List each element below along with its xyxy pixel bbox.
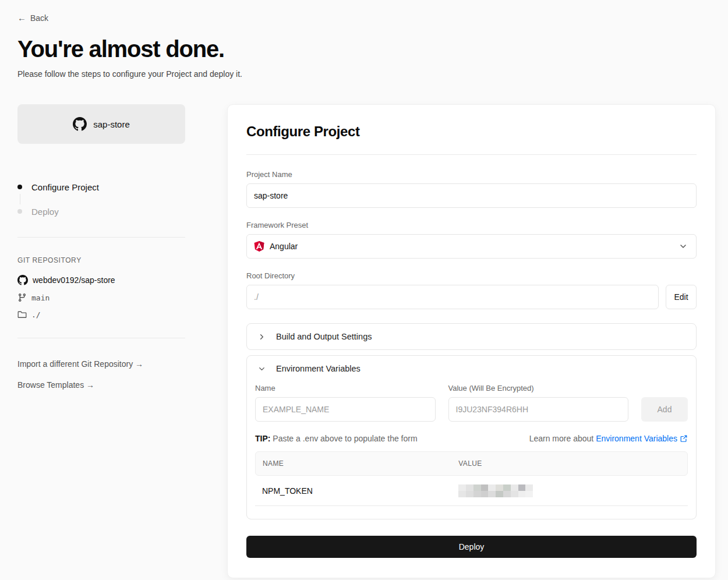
root-directory-label: Root Directory: [246, 271, 697, 280]
env-name-field: Name: [255, 384, 436, 422]
step-dot-active: [17, 185, 22, 189]
env-value-input[interactable]: [448, 397, 629, 422]
framework-preset-label: Framework Preset: [246, 221, 697, 229]
edit-root-directory-button[interactable]: Edit: [666, 285, 697, 309]
step-label: Deploy: [31, 207, 59, 217]
docs-link-label: Environment Variables: [596, 434, 677, 443]
angular-logo-icon: [254, 241, 264, 252]
browse-templates-link[interactable]: Browse Templates →: [17, 380, 185, 390]
import-link-label: Import a different Git Repository: [17, 359, 133, 369]
chevron-down-icon: [257, 365, 266, 373]
env-var-name: NPM_TOKEN: [255, 486, 458, 496]
env-name-label: Name: [255, 384, 436, 392]
back-button[interactable]: ← Back: [17, 13, 48, 23]
repo-chip-label: sap-store: [93, 119, 130, 129]
learn-more-prefix: Learn more about: [529, 434, 594, 443]
right-arrow-icon: →: [135, 359, 143, 369]
add-env-var-button[interactable]: Add: [641, 397, 688, 422]
env-table-header-value: VALUE: [458, 459, 687, 468]
project-name-label: Project Name: [246, 170, 697, 179]
framework-selected-value: Angular: [270, 242, 298, 251]
card-title: Configure Project: [246, 123, 697, 140]
environment-variables-label: Environment Variables: [276, 364, 361, 373]
framework-preset-select[interactable]: Angular: [246, 234, 697, 259]
step-dot-pending: [17, 209, 22, 214]
git-branch-row: main: [17, 293, 185, 302]
github-icon: [17, 275, 28, 285]
env-vars-table: NAME VALUE NPM_TOKEN: [255, 451, 688, 506]
step-deploy: Deploy: [17, 204, 185, 218]
env-table-header: NAME VALUE: [255, 451, 688, 476]
env-table-header-name: NAME: [256, 459, 458, 468]
step-indicator: Configure Project Deploy: [17, 180, 185, 218]
sidebar-divider: [17, 237, 185, 238]
env-tip: TIP: Paste a .env above to populate the …: [255, 434, 418, 443]
sidebar-divider: [17, 338, 185, 338]
project-name-field: Project Name: [246, 170, 697, 208]
step-label: Configure Project: [31, 182, 99, 192]
environment-variables-docs-link[interactable]: Environment Variables: [596, 434, 688, 443]
configure-project-card: Configure Project Project Name Framework…: [227, 104, 716, 578]
redacted-env-value: [458, 484, 533, 497]
browse-link-label: Browse Templates: [17, 380, 84, 390]
project-name-input[interactable]: [246, 183, 697, 208]
env-tip-bold: TIP:: [255, 434, 270, 443]
framework-preset-field: Framework Preset Angular: [246, 221, 697, 259]
selected-repo-chip: sap-store: [17, 104, 185, 144]
env-value-label: Value (Will Be Encrypted): [448, 384, 629, 392]
back-arrow-icon: ←: [17, 13, 26, 23]
folder-icon: [17, 310, 27, 319]
right-arrow-icon: →: [86, 380, 94, 390]
build-output-settings-label: Build and Output Settings: [276, 332, 372, 341]
import-different-repo-link[interactable]: Import a different Git Repository →: [17, 359, 185, 369]
page-subtitle: Please follow the steps to configure you…: [17, 69, 716, 79]
git-root-row: ./: [17, 310, 185, 319]
git-branch-icon: [17, 293, 27, 302]
git-repository-section-title: GIT REPOSITORY: [17, 256, 185, 264]
external-link-icon: [680, 434, 688, 443]
git-repo-row: webdev0192/sap-store: [17, 275, 185, 285]
env-name-input[interactable]: [255, 397, 436, 422]
card-divider: [246, 154, 697, 155]
git-branch-name: main: [31, 293, 50, 302]
deploy-button[interactable]: Deploy: [246, 536, 697, 558]
git-repo-name: webdev0192/sap-store: [33, 275, 115, 285]
back-label: Back: [30, 13, 48, 23]
page: ← Back You're almost done. Please follow…: [0, 0, 728, 578]
page-title: You're almost done.: [17, 36, 716, 62]
step-configure-project: Configure Project: [17, 180, 185, 194]
root-directory-input[interactable]: [246, 285, 659, 309]
sidebar: sap-store Configure Project Deploy GIT R…: [17, 104, 185, 390]
env-table-row: NPM_TOKEN: [255, 476, 688, 506]
build-output-settings-accordion: Build and Output Settings: [246, 323, 697, 350]
chevron-right-icon: [257, 333, 266, 341]
github-icon: [73, 117, 87, 131]
chevron-down-icon: [678, 242, 688, 251]
env-tip-text: Paste a .env above to populate the form: [273, 434, 417, 443]
environment-variables-header[interactable]: Environment Variables: [247, 356, 696, 381]
root-directory-field: Root Directory Edit: [246, 271, 697, 309]
env-learn-more: Learn more about Environment Variables: [529, 434, 688, 443]
step-connector-line: [20, 194, 20, 204]
git-root-path: ./: [31, 310, 41, 319]
environment-variables-accordion: Environment Variables Name Value (Will B…: [246, 355, 697, 519]
build-output-settings-header[interactable]: Build and Output Settings: [247, 324, 696, 349]
env-value-field: Value (Will Be Encrypted): [448, 384, 629, 422]
